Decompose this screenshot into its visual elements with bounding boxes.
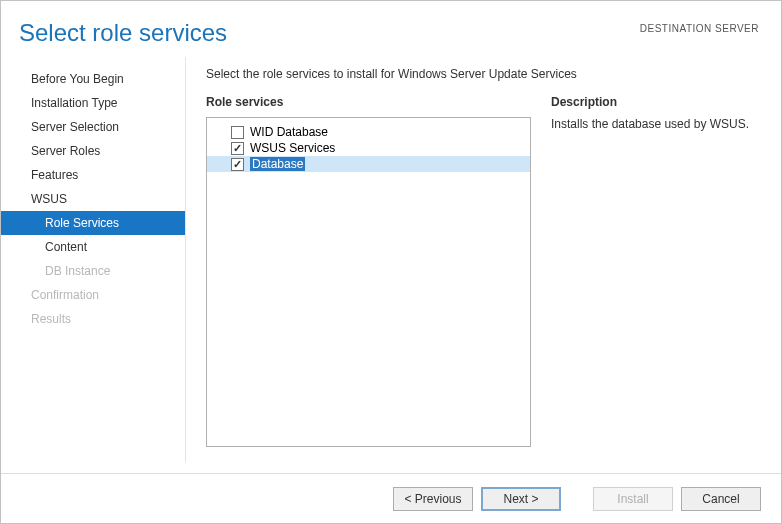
- sidebar-item-before-you-begin[interactable]: Before You Begin: [1, 67, 185, 91]
- sidebar-item-confirmation: Confirmation: [1, 283, 185, 307]
- description-panel-title: Description: [551, 95, 761, 109]
- checkbox-wid-database[interactable]: [231, 126, 244, 139]
- sidebar-item-wsus[interactable]: WSUS: [1, 187, 185, 211]
- role-label: WSUS Services: [250, 141, 335, 155]
- previous-button[interactable]: < Previous: [393, 487, 473, 511]
- sidebar-item-server-roles[interactable]: Server Roles: [1, 139, 185, 163]
- page-title: Select role services: [19, 19, 227, 47]
- roles-panel-title: Role services: [206, 95, 531, 109]
- checkbox-wsus-services[interactable]: [231, 142, 244, 155]
- sidebar-item-db-instance: DB Instance: [1, 259, 185, 283]
- wizard-sidebar: Before You Begin Installation Type Serve…: [1, 57, 186, 462]
- checkbox-database[interactable]: [231, 158, 244, 171]
- role-row-wsus-services[interactable]: WSUS Services: [207, 140, 530, 156]
- description-text: Installs the database used by WSUS.: [551, 117, 761, 131]
- destination-server-label: DESTINATION SERVER: [640, 23, 759, 34]
- intro-text: Select the role services to install for …: [206, 67, 761, 81]
- sidebar-item-features[interactable]: Features: [1, 163, 185, 187]
- role-label: Database: [250, 157, 305, 171]
- sidebar-item-results: Results: [1, 307, 185, 331]
- wizard-footer: < Previous Next > Install Cancel: [1, 473, 781, 523]
- next-button[interactable]: Next >: [481, 487, 561, 511]
- roles-list[interactable]: WID Database WSUS Services Database: [206, 117, 531, 447]
- sidebar-item-content[interactable]: Content: [1, 235, 185, 259]
- role-row-database[interactable]: Database: [207, 156, 530, 172]
- sidebar-item-server-selection[interactable]: Server Selection: [1, 115, 185, 139]
- install-button: Install: [593, 487, 673, 511]
- sidebar-item-installation-type[interactable]: Installation Type: [1, 91, 185, 115]
- cancel-button[interactable]: Cancel: [681, 487, 761, 511]
- role-row-wid-database[interactable]: WID Database: [207, 124, 530, 140]
- role-label: WID Database: [250, 125, 328, 139]
- sidebar-item-role-services[interactable]: Role Services: [1, 211, 185, 235]
